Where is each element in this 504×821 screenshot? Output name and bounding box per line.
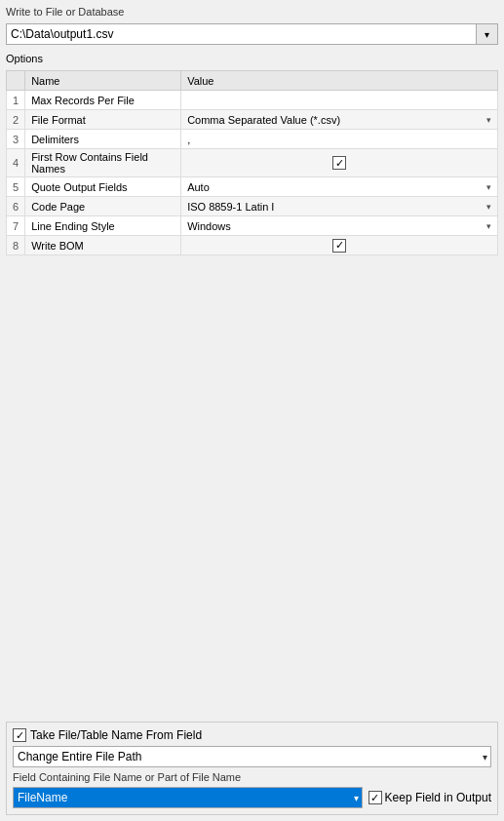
main-spacer xyxy=(6,259,498,718)
row-name: First Row Contains Field Names xyxy=(25,149,181,177)
options-label: Options xyxy=(6,53,498,64)
table-row: 6Code PageISO 8859-1 Latin I▾ xyxy=(7,197,498,216)
row-value[interactable]: Comma Separated Value (*.csv)▾ xyxy=(181,110,498,130)
file-path-input[interactable] xyxy=(6,23,477,45)
table-row: 1Max Records Per File xyxy=(7,91,498,110)
options-table: Name Value 1Max Records Per File2File Fo… xyxy=(6,70,498,255)
row-value[interactable]: ✓ xyxy=(181,149,498,177)
row-name: Line Ending Style xyxy=(25,216,181,236)
row-name: Quote Output Fields xyxy=(25,177,181,197)
row-name: Delimiters xyxy=(25,130,181,149)
change-path-select-wrapper[interactable]: Change Entire File Path xyxy=(13,746,491,767)
row-number: 7 xyxy=(7,216,25,236)
take-field-label-text: Take File/Table Name From Field xyxy=(30,728,202,742)
col-value-header: Value xyxy=(181,71,498,91)
table-row: 7Line Ending StyleWindows▾ xyxy=(7,216,498,236)
field-name-select-wrapper[interactable]: FileName xyxy=(13,787,363,808)
checkbox-icon[interactable]: ✓ xyxy=(332,156,346,170)
bottom-panel: ✓ Take File/Table Name From Field Change… xyxy=(6,722,498,815)
dropdown-value: Windows xyxy=(187,220,231,232)
row-number: 8 xyxy=(7,236,25,255)
row-number: 1 xyxy=(7,91,25,110)
table-row: 8Write BOM✓ xyxy=(7,236,498,255)
dropdown-arrow-icon[interactable]: ▾ xyxy=(486,221,491,231)
keep-field-checkbox[interactable]: ✓ xyxy=(368,791,382,804)
dropdown-value: ISO 8859-1 Latin I xyxy=(187,201,274,213)
checkbox-icon[interactable]: ✓ xyxy=(332,239,346,253)
write-label: Write to File or Database xyxy=(6,6,498,18)
table-row: 5Quote Output FieldsAuto▾ xyxy=(7,177,498,197)
row-name: Code Page xyxy=(25,197,181,216)
col-num-header xyxy=(7,71,25,91)
table-row: 2File FormatComma Separated Value (*.csv… xyxy=(7,110,498,130)
keep-field-label[interactable]: ✓ Keep Field in Output xyxy=(368,791,491,804)
row-number: 5 xyxy=(7,177,25,197)
row-number: 6 xyxy=(7,197,25,216)
field-name-label: Field Containing File Name or Part of Fi… xyxy=(13,771,491,783)
row-value xyxy=(181,91,498,110)
row-value[interactable]: ✓ xyxy=(181,236,498,255)
row-value[interactable]: ISO 8859-1 Latin I▾ xyxy=(181,197,498,216)
dropdown-arrow-icon[interactable]: ▾ xyxy=(486,182,491,192)
browse-button[interactable]: ▾ xyxy=(477,23,498,45)
dropdown-value: Comma Separated Value (*.csv) xyxy=(187,114,340,126)
keep-field-label-text: Keep Field in Output xyxy=(385,791,491,804)
row-number: 4 xyxy=(7,149,25,177)
field-name-select[interactable]: FileName xyxy=(13,787,363,808)
row-number: 3 xyxy=(7,130,25,149)
row-name: Write BOM xyxy=(25,236,181,255)
change-path-select[interactable]: Change Entire File Path xyxy=(13,746,491,767)
col-name-header: Name xyxy=(25,71,181,91)
dropdown-value: Auto xyxy=(187,181,210,193)
dropdown-arrow-icon[interactable]: ▾ xyxy=(486,115,491,125)
take-field-checkbox-label[interactable]: ✓ Take File/Table Name From Field xyxy=(13,728,202,742)
row-value[interactable]: Auto▾ xyxy=(181,177,498,197)
row-name: File Format xyxy=(25,110,181,130)
row-value: , xyxy=(181,130,498,149)
row-name: Max Records Per File xyxy=(25,91,181,110)
table-row: 3Delimiters, xyxy=(7,130,498,149)
take-field-checkbox[interactable]: ✓ xyxy=(13,728,26,742)
dropdown-arrow-icon[interactable]: ▾ xyxy=(486,202,491,212)
table-row: 4First Row Contains Field Names✓ xyxy=(7,149,498,177)
row-number: 2 xyxy=(7,110,25,130)
field-name-row: FileName ✓ Keep Field in Output xyxy=(13,787,491,808)
row-value[interactable]: Windows▾ xyxy=(181,216,498,236)
